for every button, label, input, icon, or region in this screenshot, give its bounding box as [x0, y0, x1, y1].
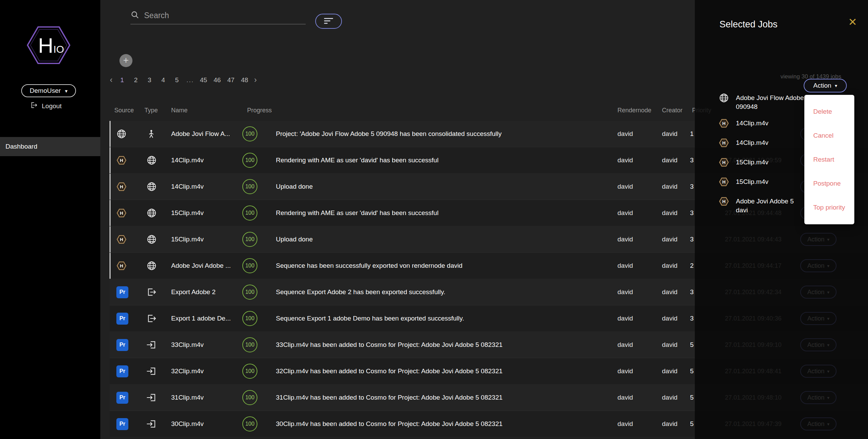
- job-rendernode: david: [613, 262, 657, 269]
- add-job-button[interactable]: +: [119, 54, 132, 67]
- job-message: Sequence Export 1 adobe Demo has been ex…: [274, 315, 613, 322]
- hio-logo-icon: H IO: [25, 21, 73, 69]
- pagination: ‹12345...45464748›: [110, 75, 257, 85]
- job-rendernode: david: [613, 420, 657, 428]
- job-name: 32Clip.m4v: [166, 367, 242, 375]
- hexagon-h-icon: H: [719, 157, 730, 170]
- selected-job-name: 14Clip.m4v: [736, 119, 768, 128]
- selected-job-name: 15Clip.m4v: [736, 158, 768, 167]
- column-header-progress: Progress: [242, 107, 274, 114]
- progress-badge: 100: [242, 179, 257, 194]
- job-rendernode: david: [613, 394, 657, 401]
- progress-badge: 100: [242, 311, 257, 326]
- job-rendernode: david: [613, 288, 657, 296]
- selected-job-name: 15Clip.m4v: [736, 177, 768, 186]
- job-message: Rendering with AME as user 'david' has b…: [274, 156, 613, 164]
- page-button-3[interactable]: 3: [145, 76, 154, 84]
- job-creator: david: [657, 209, 687, 217]
- hexagon-h-icon: H: [110, 234, 140, 244]
- menu-item-cancel[interactable]: Cancel: [804, 124, 854, 148]
- job-creator: david: [657, 367, 687, 375]
- job-message: 30Clip.m4v has been added to Cosmo for P…: [274, 420, 613, 428]
- globe-icon: [140, 181, 166, 192]
- page-button-46[interactable]: 46: [213, 76, 221, 84]
- job-creator: david: [657, 341, 687, 349]
- logout-icon: [30, 101, 38, 111]
- job-message: 33Clip.m4v has been added to Cosmo for P…: [274, 341, 613, 349]
- job-rendernode: david: [613, 341, 657, 349]
- job-name: 33Clip.m4v: [166, 341, 242, 349]
- pagination-prev[interactable]: ‹: [110, 75, 113, 85]
- person-icon: [140, 129, 166, 139]
- search-bar: [130, 10, 306, 24]
- job-rendernode: david: [613, 367, 657, 375]
- job-message: Project: 'Adobe Jovi Flow Adobe 5 090948…: [274, 130, 613, 138]
- job-name: 31Clip.m4v: [166, 394, 242, 401]
- svg-text:H: H: [722, 179, 725, 185]
- job-name: Export Adobe 2: [166, 288, 242, 296]
- sidebar-item-dashboard[interactable]: Dashboard: [0, 137, 100, 156]
- job-message: Sequence Export Adobe 2 has been exporte…: [274, 288, 613, 296]
- job-creator: david: [657, 288, 687, 296]
- user-menu-button[interactable]: DemoUser ▾: [21, 84, 76, 97]
- page-button-48[interactable]: 48: [241, 76, 249, 84]
- logout-label: Logout: [42, 102, 62, 110]
- job-creator: david: [657, 156, 687, 164]
- job-name: Adobe Jovi Flow A...: [166, 130, 242, 138]
- globe-icon: [140, 208, 166, 218]
- job-name: Export 1 adobe De...: [166, 315, 242, 322]
- menu-item-delete[interactable]: Delete: [804, 100, 854, 124]
- page-button-45[interactable]: 45: [200, 76, 208, 84]
- hexagon-h-icon: H: [110, 261, 140, 271]
- menu-item-restart[interactable]: Restart: [804, 148, 854, 172]
- filter-button[interactable]: [315, 14, 342, 29]
- hexagon-h-icon: H: [719, 118, 730, 131]
- column-header-blank: [274, 107, 613, 114]
- job-message: Sequence has been successfully exported …: [274, 262, 613, 269]
- close-icon[interactable]: ✕: [848, 16, 857, 28]
- column-header-name: Name: [166, 107, 242, 114]
- job-rendernode: david: [613, 315, 657, 322]
- column-header-type: Type: [140, 107, 166, 114]
- hexagon-h-icon: H: [110, 181, 140, 192]
- globe-icon: [719, 93, 730, 105]
- job-name: Adobe Jovi Adobe ...: [166, 262, 242, 269]
- page-button-1[interactable]: 1: [118, 76, 126, 84]
- chevron-down-icon: ▾: [65, 88, 68, 93]
- pagination-next[interactable]: ›: [254, 75, 257, 85]
- sidebar: H IO DemoUser ▾ Logout Dashboard: [0, 0, 100, 439]
- bulk-action-button[interactable]: Action ▾: [804, 79, 847, 92]
- globe-icon: [110, 129, 140, 139]
- column-header-rendernode: Rendernode: [613, 107, 657, 114]
- svg-text:H: H: [722, 121, 725, 126]
- logout-button[interactable]: Logout: [30, 101, 62, 111]
- page-button-2[interactable]: 2: [132, 76, 140, 84]
- page-button-47[interactable]: 47: [227, 76, 235, 84]
- progress-badge: 100: [242, 232, 257, 247]
- progress-badge: 100: [242, 258, 257, 273]
- job-name: 15Clip.m4v: [166, 209, 242, 217]
- job-message: 32Clip.m4v has been added to Cosmo for P…: [274, 367, 613, 375]
- premiere-icon: Pr: [110, 418, 140, 430]
- progress-badge: 100: [242, 126, 257, 141]
- job-name: 14Clip.m4v: [166, 156, 242, 164]
- globe-icon: [140, 155, 166, 165]
- progress-badge: 100: [242, 205, 257, 221]
- menu-item-postpone[interactable]: Postpone: [804, 172, 854, 196]
- import-icon: [140, 366, 166, 376]
- user-name: DemoUser: [30, 87, 61, 95]
- search-input[interactable]: [144, 11, 306, 20]
- premiere-icon: Pr: [110, 286, 140, 298]
- plus-icon: +: [123, 55, 129, 65]
- premiere-icon: Pr: [110, 339, 140, 351]
- menu-item-top-priority[interactable]: Top priority: [804, 196, 854, 220]
- import-icon: [140, 340, 166, 350]
- page-button-4[interactable]: 4: [159, 76, 167, 84]
- page-button-5[interactable]: 5: [173, 76, 181, 84]
- job-rendernode: david: [613, 236, 657, 243]
- svg-text:H: H: [722, 199, 725, 204]
- job-message: Upload done: [274, 236, 613, 243]
- selected-job-name: Adobe Jovi Flow Adobe 5090948: [736, 93, 809, 111]
- export-icon: [140, 313, 166, 324]
- job-rendernode: david: [613, 183, 657, 190]
